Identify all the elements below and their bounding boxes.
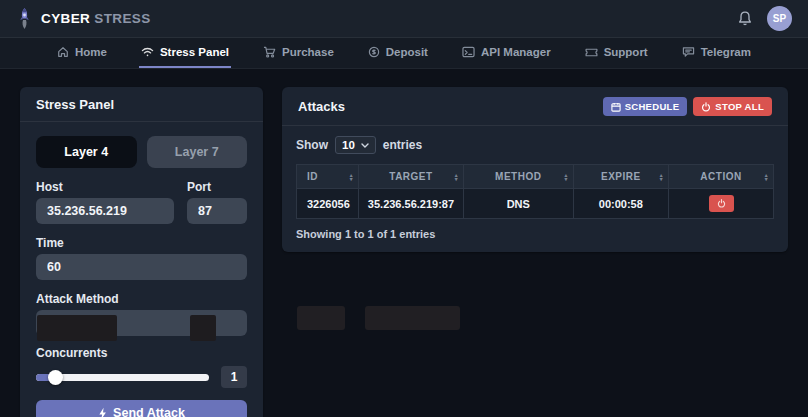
cell-attack-expire: 00:00:58 [573,189,668,219]
bolt-icon [98,407,107,417]
nav-item-deposit[interactable]: Deposit [366,38,430,68]
cell-attack-target: 35.236.56.219:87 [359,189,464,219]
column-header-target[interactable]: TARGET▴▾ [359,165,464,189]
home-icon [57,46,69,58]
column-header-id[interactable]: ID▴▾ [297,165,359,189]
cell-attack-id: 3226056 [297,189,359,219]
table-row: 3226056 35.236.56.219:87 DNS 00:00:58 [297,189,774,219]
redacted-box [297,306,345,330]
calendar-icon [611,102,621,112]
show-entries-suffix: entries [383,138,422,152]
power-icon [717,199,726,208]
column-header-method[interactable]: METHOD▴▾ [463,165,573,189]
nav-item-telegram[interactable]: Telegram [680,38,753,68]
stop-all-button[interactable]: STOP ALL [693,97,772,116]
time-input[interactable] [36,254,247,280]
stop-attack-button[interactable] [709,195,734,212]
layer-tabs: Layer 4 Layer 7 [36,136,247,168]
nav-label: Deposit [386,46,428,58]
send-attack-label: Send Attack [113,406,185,417]
nav-label: Purchase [282,46,334,58]
schedule-button[interactable]: SCHEDULE [603,97,688,116]
nav-item-api-manager[interactable]: API Manager [460,38,553,68]
entries-selected-value: 10 [342,139,355,151]
host-input[interactable] [36,198,174,224]
slider-thumb[interactable] [48,370,63,385]
brand-name: CYBERSTRESS [41,11,151,26]
cell-attack-action [669,189,774,219]
table-summary: Showing 1 to 1 of 1 entries [296,228,774,240]
table-header-row: ID▴▾ TARGET▴▾ METHOD▴▾ EXPIRE▴▾ ACTION▴▾ [297,165,774,189]
main-nav: Home Stress Panel Purchase Deposit API M… [0,38,808,69]
concurrents-slider[interactable] [36,369,209,385]
stress-panel-title: Stress Panel [36,97,114,112]
top-header: CYBERSTRESS SP [0,0,808,38]
sort-icon: ▴▾ [350,172,353,181]
sort-icon: ▴▾ [765,172,768,181]
ticket-icon [585,47,598,58]
tab-layer-4[interactable]: Layer 4 [36,136,137,168]
cell-attack-method: DNS [463,189,573,219]
redacted-box [37,315,117,341]
time-label: Time [36,236,247,250]
chevron-down-icon [361,143,369,148]
brand-name-secondary: STRESS [94,11,150,26]
nav-item-support[interactable]: Support [583,38,650,68]
wifi-icon [141,46,154,58]
column-header-expire[interactable]: EXPIRE▴▾ [573,165,668,189]
power-icon [701,102,711,112]
port-label: Port [187,180,247,194]
cart-icon [263,46,276,58]
redacted-box [190,315,216,341]
nav-label: Stress Panel [160,46,229,58]
sort-icon: ▴▾ [455,172,458,181]
nav-label: Support [604,46,648,58]
nav-label: Telegram [701,46,751,58]
chat-icon [682,46,695,58]
terminal-icon [462,46,475,58]
attacks-table: ID▴▾ TARGET▴▾ METHOD▴▾ EXPIRE▴▾ ACTION▴▾… [296,164,774,219]
concurrents-label: Concurrents [36,346,247,360]
avatar[interactable]: SP [767,6,792,31]
send-attack-button[interactable]: Send Attack [36,400,247,417]
nav-item-home[interactable]: Home [55,38,109,68]
port-input[interactable] [187,198,247,224]
column-header-action[interactable]: ACTION▴▾ [669,165,774,189]
attacks-title: Attacks [298,99,345,114]
sort-icon: ▴▾ [564,172,567,181]
show-entries-prefix: Show [296,138,328,152]
attacks-panel: Attacks SCHEDULE STOP ALL [282,87,788,252]
redacted-box [365,306,460,330]
bell-icon[interactable] [737,10,753,27]
entries-per-page-select[interactable]: 10 [335,136,376,154]
attack-method-label: Attack Method [36,292,247,306]
concurrents-value: 1 [221,366,247,388]
rocket-logo-icon [16,7,33,31]
schedule-label: SCHEDULE [625,101,680,112]
coin-icon [368,46,380,58]
avatar-initials: SP [773,13,786,24]
nav-item-stress-panel[interactable]: Stress Panel [139,38,231,68]
host-label: Host [36,180,174,194]
nav-label: Home [75,46,107,58]
brand: CYBERSTRESS [16,7,151,31]
stop-all-label: STOP ALL [715,101,764,112]
brand-name-primary: CYBER [41,11,90,26]
tab-layer-7[interactable]: Layer 7 [147,136,248,168]
stress-panel: Stress Panel Layer 4 Layer 7 Host Port T… [20,87,263,417]
nav-label: API Manager [481,46,551,58]
nav-item-purchase[interactable]: Purchase [261,38,336,68]
sort-icon: ▴▾ [660,172,663,181]
